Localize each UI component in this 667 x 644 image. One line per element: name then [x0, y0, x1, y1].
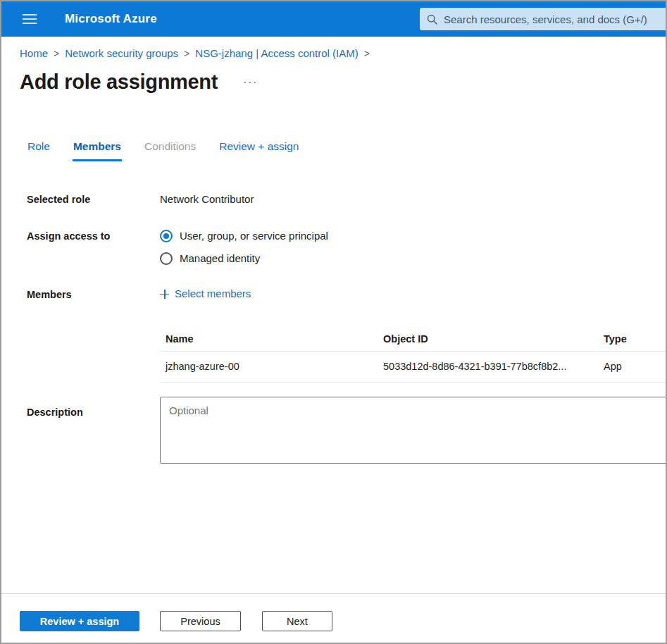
radio-option-label: User, group, or service principal — [180, 229, 328, 243]
members-label: Members — [27, 287, 160, 302]
previous-button[interactable]: Previous — [160, 611, 241, 631]
top-bar: Microsoft Azure — [1, 1, 666, 37]
breadcrumb-separator: > — [54, 48, 59, 59]
selected-role-label: Selected role — [27, 192, 160, 206]
members-table: Name Object ID Type jzhang-azure-00 5033… — [160, 326, 667, 383]
member-object-id-cell: 5033d12d-8d86-4321-b391-77b8cf8b2... — [378, 352, 598, 383]
description-row: Description — [1, 397, 666, 467]
breadcrumb-link-nsg-access-control[interactable]: NSG-jzhang | Access control (IAM) — [195, 47, 358, 59]
role-assignment-form: Selected role Network Contributor Assign… — [1, 192, 666, 467]
radio-unselected-icon — [160, 252, 173, 265]
breadcrumb-separator: > — [364, 48, 370, 59]
radio-selected-icon — [160, 230, 173, 242]
page-title: Add role assignment — [20, 70, 218, 94]
members-actions: Select members — [160, 287, 666, 302]
azure-portal-window: Microsoft Azure Home>Network security gr… — [0, 0, 667, 644]
members-table-header-row: Name Object ID Type — [160, 326, 667, 352]
brand-title: Microsoft Azure — [65, 12, 157, 26]
assign-access-to-label: Assign access to — [27, 229, 160, 266]
breadcrumb-link-network-security-groups[interactable]: Network security groups — [65, 47, 178, 59]
radio-option-label: Managed identity — [180, 252, 260, 266]
tab-bar: Role Members Conditions Review + assign — [27, 140, 666, 161]
breadcrumb-link-home[interactable]: Home — [20, 47, 48, 59]
tab-conditions[interactable]: Conditions — [144, 140, 197, 161]
review-assign-button[interactable]: Review + assign — [20, 611, 139, 631]
members-row: Members Select members — [1, 287, 666, 302]
footer-divider — [1, 593, 666, 594]
radio-managed-identity[interactable]: Managed identity — [160, 252, 666, 266]
footer-actions: Review + assign Previous Next — [20, 611, 666, 631]
select-members-label: Select members — [175, 287, 251, 301]
column-header-object-id: Object ID — [378, 326, 598, 352]
tab-review-assign[interactable]: Review + assign — [218, 140, 299, 161]
tab-role[interactable]: Role — [27, 140, 51, 161]
description-field-wrap — [160, 397, 666, 467]
selected-role-value: Network Contributor — [160, 192, 666, 206]
more-menu-icon[interactable]: ··· — [243, 78, 258, 85]
tab-members[interactable]: Members — [73, 140, 122, 161]
next-button[interactable]: Next — [262, 611, 332, 631]
breadcrumb: Home>Network security groups>NSG-jzhang … — [20, 47, 666, 61]
column-header-name: Name — [160, 326, 378, 352]
selected-role-row: Selected role Network Contributor — [1, 192, 666, 206]
column-header-type: Type — [598, 326, 667, 352]
select-members-button[interactable]: Select members — [160, 287, 251, 301]
breadcrumb-separator: > — [184, 48, 189, 59]
member-type-cell: App — [598, 352, 667, 383]
global-search[interactable] — [420, 8, 667, 30]
description-label: Description — [27, 397, 160, 467]
plus-icon — [160, 290, 169, 299]
assign-access-to-row: Assign access to User, group, or service… — [1, 229, 666, 266]
search-icon — [427, 14, 437, 25]
description-input[interactable] — [160, 397, 667, 464]
member-name-cell: jzhang-azure-00 — [160, 352, 378, 383]
table-row: jzhang-azure-00 5033d12d-8d86-4321-b391-… — [160, 352, 667, 383]
search-input[interactable] — [444, 13, 661, 25]
radio-user-group-service-principal[interactable]: User, group, or service principal — [160, 229, 666, 243]
hamburger-menu-icon[interactable] — [23, 14, 37, 24]
assign-access-to-options: User, group, or service principal Manage… — [160, 229, 666, 266]
title-row: Add role assignment ··· — [20, 68, 666, 96]
